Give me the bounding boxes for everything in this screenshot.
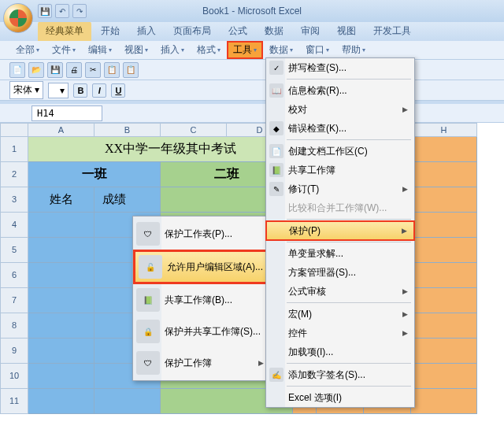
cell[interactable] [28,339,94,364]
name-box[interactable]: H14 [32,105,102,121]
cell-score-hdr[interactable]: 成绩 [94,187,161,213]
tools-menu-item[interactable]: ◆错误检查(K)... [266,119,414,138]
row-header[interactable]: 10 [0,364,28,389]
cell[interactable] [411,137,477,162]
tools-menu-item[interactable]: 校对▶ [266,100,414,119]
tools-menu-item[interactable]: 控件▶ [266,324,414,342]
save-icon[interactable]: 💾 [38,4,52,18]
undo-icon[interactable]: ↶ [55,4,69,18]
menu-all[interactable]: 全部▾ [9,41,46,59]
row-header[interactable]: 1 [0,137,28,162]
cell-title[interactable]: XX中学一 [94,137,161,162]
col-a[interactable]: A [28,123,94,137]
protect-menu-item[interactable]: 🛡 保护工作簿▶ [133,347,270,379]
tools-menu-item[interactable]: 加载项(I)... [266,342,414,361]
cell[interactable] [28,313,94,339]
cell[interactable] [411,288,477,313]
menu-view[interactable]: 视图▾ [118,41,154,59]
cell[interactable] [28,288,94,313]
tools-menu-item[interactable]: Excel 选项(I) [266,388,414,407]
protect-menu-item[interactable]: 🛡 保护工作表(P)... [133,218,270,250]
cell[interactable] [28,389,94,414]
tab-insert[interactable]: 插入 [129,21,164,41]
save-icon[interactable]: 💾 [47,62,63,78]
cell[interactable] [411,313,477,339]
tab-formulas[interactable]: 公式 [220,21,255,41]
cell[interactable] [411,187,477,213]
cell[interactable] [411,364,477,389]
row-header[interactable]: 3 [0,187,28,213]
cell[interactable] [411,389,477,414]
tools-menu-item[interactable]: 公式审核▶ [266,282,414,301]
select-all-corner[interactable] [0,123,28,137]
tab-classic-menu[interactable]: 经典菜单 [38,21,91,41]
tab-view[interactable]: 视图 [329,21,364,41]
standard-toolbar: 📄 📂 💾 🖨 ✂ 📋 📋 [0,60,504,80]
row-header[interactable]: 5 [0,238,28,263]
cell[interactable] [28,364,94,389]
cell-class1[interactable]: 一班 [28,162,161,187]
new-icon[interactable]: 📄 [9,62,25,78]
protect-menu-item[interactable]: 🔓 允许用户编辑区域(A)... [133,250,270,284]
cell[interactable] [411,162,477,187]
row-header[interactable]: 11 [0,389,28,414]
bold-button[interactable]: B [73,83,87,98]
protect-menu-item[interactable]: 🔒 保护并共享工作簿(S)... [133,316,270,347]
menu-window[interactable]: 窗口▾ [299,41,335,59]
cell[interactable] [411,238,477,263]
menu-data[interactable]: 数据▾ [263,41,299,59]
col-h[interactable]: H [411,123,477,137]
cell[interactable] [28,263,94,288]
office-button[interactable] [3,3,33,33]
cut-icon[interactable]: ✂ [85,62,101,78]
cell[interactable] [28,213,94,238]
paste-icon[interactable]: 📋 [123,62,139,78]
tab-page-layout[interactable]: 页面布局 [165,21,219,41]
cell-name-hdr[interactable]: 姓名 [28,187,94,213]
tools-menu-item[interactable]: ✓拼写检查(S)... [266,58,414,77]
copy-icon[interactable]: 📋 [104,62,120,78]
tools-menu-item[interactable]: 📄创建文档工作区(C) [266,142,414,161]
tools-menu-item[interactable]: 📗共享工作簿 [266,161,414,179]
cell[interactable] [28,137,94,162]
menu-tools[interactable]: 工具▾ [227,41,263,59]
menu-edit[interactable]: 编辑▾ [82,41,118,59]
font-size-select[interactable]: ▾ [48,83,69,98]
cell[interactable] [94,389,161,414]
tools-menu-item[interactable]: ✍添加数字签名(S)... [266,365,414,384]
tools-menu-item[interactable]: 方案管理器(S)... [266,263,414,282]
row-header[interactable]: 4 [0,213,28,238]
print-icon[interactable]: 🖨 [66,62,82,78]
font-name-select[interactable]: 宋体 ▾ [9,81,43,99]
col-b[interactable]: B [94,123,161,137]
tools-menu-item[interactable]: 单变量求解... [266,244,414,263]
open-icon[interactable]: 📂 [28,62,44,78]
tools-menu-item[interactable]: 宏(M)▶ [266,305,414,324]
cell[interactable] [411,339,477,364]
cell[interactable] [28,238,94,263]
row-header[interactable]: 8 [0,313,28,339]
tab-developer[interactable]: 开发工具 [365,21,419,41]
tab-home[interactable]: 开始 [93,21,128,41]
col-c[interactable]: C [161,123,227,137]
tab-review[interactable]: 审阅 [293,21,328,41]
row-header[interactable]: 7 [0,288,28,313]
redo-icon[interactable]: ↷ [72,4,87,18]
menu-insert[interactable]: 插入▾ [154,41,191,59]
row-header[interactable]: 2 [0,162,28,187]
row-header[interactable]: 9 [0,339,28,364]
tools-menu-item[interactable]: 保护(P)▶ [265,220,415,241]
tools-menu-item[interactable]: 📖信息检索(R)... [266,81,414,100]
tools-menu-item[interactable]: 比较和合并工作簿(W)... [266,198,414,217]
menu-help[interactable]: 帮助▾ [335,41,372,59]
menu-format[interactable]: 格式▾ [191,41,227,59]
underline-button[interactable]: U [111,83,125,98]
cell[interactable] [411,213,477,238]
tools-menu-item[interactable]: ✎修订(T)▶ [266,179,414,198]
protect-menu-item[interactable]: 📗 共享工作簿(B)... [133,284,270,316]
tab-data[interactable]: 数据 [257,21,291,41]
italic-button[interactable]: I [92,83,106,98]
menu-file[interactable]: 文件▾ [46,41,82,59]
cell[interactable] [411,263,477,288]
row-header[interactable]: 6 [0,263,28,288]
